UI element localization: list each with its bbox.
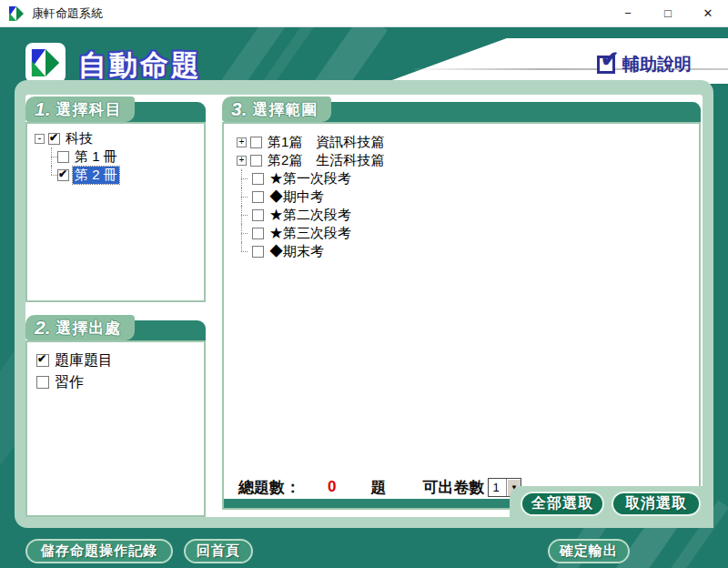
help-link[interactable]: 輔助說明 [597, 53, 692, 76]
section-header-label: 1. 選擇科目 [25, 96, 135, 122]
tree-item-label[interactable]: 第 1 冊 [73, 148, 119, 166]
section-title: 選擇科目 [56, 99, 122, 120]
checkbox[interactable] [252, 173, 264, 185]
checkbox[interactable] [252, 228, 264, 239]
tree-item-label[interactable]: ◆期末考 [268, 243, 326, 260]
tree-item[interactable]: ★第一次段考 [237, 169, 386, 188]
tree-connector [46, 147, 57, 166]
section-title: 選擇範圍 [253, 99, 318, 120]
application-window: 康軒命題系統 − □ ✕ 自動命題 輔助說明 1. 選擇科目 - [0, 0, 728, 568]
source-item-label: 題庫題目 [55, 351, 113, 370]
section-header-range: 3. 選擇範圍 [222, 96, 701, 122]
collapse-icon[interactable]: - [35, 134, 45, 144]
help-label: 輔助說明 [622, 53, 692, 76]
total-count-label: 總題數： [238, 477, 300, 498]
checkbox[interactable] [252, 209, 264, 221]
tree-item[interactable]: 第 2 冊 [46, 166, 119, 184]
total-count-value: 0 [328, 478, 336, 496]
tree-connector [237, 206, 252, 224]
window-title: 康軒命題系統 [32, 5, 103, 22]
tree-item[interactable]: - 科技 [35, 129, 119, 147]
tree-connector [237, 169, 252, 188]
tree-item-label[interactable]: 第2篇 生活科技篇 [266, 152, 386, 169]
checkbox[interactable] [57, 169, 69, 181]
tree-item-label[interactable]: ★第三次段考 [268, 225, 353, 242]
tree-item[interactable]: ◆期末考 [237, 242, 386, 260]
tree-item-label[interactable]: ◆期中考 [268, 188, 326, 206]
subject-tree-box: - 科技 第 1 冊 第 2 冊 [25, 122, 206, 302]
maximize-button[interactable]: □ [648, 0, 688, 27]
close-button[interactable]: ✕ [688, 0, 728, 27]
section-header-source: 2. 選擇出處 [25, 315, 206, 340]
total-count-unit: 題 [370, 477, 386, 498]
checkbox[interactable] [250, 137, 262, 148]
source-item[interactable]: 題庫題目 [36, 350, 113, 371]
section-title: 選擇出處 [56, 318, 122, 339]
source-item-label: 習作 [55, 373, 84, 392]
select-all-button[interactable]: 全部選取 [521, 492, 604, 516]
source-list: 題庫題目 習作 [36, 350, 113, 393]
deselect-all-button[interactable]: 取消選取 [612, 492, 701, 516]
tree-item[interactable]: 第 1 冊 [46, 147, 119, 166]
checkbox[interactable] [252, 191, 264, 203]
expand-icon[interactable]: + [237, 156, 247, 166]
checkbox[interactable] [57, 151, 69, 163]
page-title: 自動命題 [78, 46, 202, 85]
header-logo [25, 43, 66, 83]
tree-connector [237, 224, 252, 242]
checkbox[interactable] [252, 246, 264, 258]
help-check-icon [597, 56, 615, 74]
section-number: 2. [35, 317, 51, 339]
tree-connector [46, 166, 57, 184]
tree-item-label[interactable]: ★第二次段考 [268, 207, 353, 224]
selection-buttons-tab: 全部選取 取消選取 [510, 486, 713, 528]
tree-item-label[interactable]: 第 2 冊 [73, 167, 119, 184]
tree-item-label[interactable]: 第1篇 資訊科技篇 [266, 134, 386, 151]
tree-connector [237, 242, 252, 260]
app-logo-icon [8, 5, 25, 22]
tree-item[interactable]: ★第二次段考 [237, 206, 386, 224]
tree-item[interactable]: + 第2篇 生活科技篇 [237, 151, 386, 169]
range-tree: + 第1篇 資訊科技篇 + 第2篇 生活科技篇 ★第一次段考 ◆期中考 [237, 133, 386, 260]
totals-row: 總題數： 0 題 可出卷數 1 ▼ [238, 475, 521, 499]
papers-count-value: 1 [489, 479, 506, 496]
tree-connector [237, 188, 252, 206]
tree-item-label[interactable]: 科技 [64, 130, 95, 147]
checkbox[interactable] [250, 155, 262, 167]
section-header-bar [322, 102, 701, 122]
source-item[interactable]: 習作 [36, 371, 113, 393]
minimize-button[interactable]: − [608, 0, 648, 27]
checkbox[interactable] [36, 376, 49, 389]
save-record-button[interactable]: 儲存命題操作記錄 [25, 539, 173, 563]
subject-tree: - 科技 第 1 冊 第 2 冊 [35, 129, 119, 184]
tree-item-label[interactable]: ★第一次段考 [268, 170, 353, 188]
checkbox[interactable] [48, 133, 60, 145]
section-header-label: 2. 選擇出處 [25, 315, 135, 340]
section-header-subject: 1. 選擇科目 [25, 96, 206, 122]
tree-item[interactable]: + 第1篇 資訊科技篇 [237, 133, 386, 151]
section-number: 3. [231, 98, 248, 120]
source-list-box: 題庫題目 習作 [25, 340, 206, 517]
checkbox[interactable] [36, 354, 49, 367]
window-titlebar: 康軒命題系統 − □ ✕ [0, 0, 728, 27]
home-button[interactable]: 回首頁 [184, 539, 253, 563]
app-logo-icon [30, 47, 61, 78]
range-tree-box: + 第1篇 資訊科技篇 + 第2篇 生活科技篇 ★第一次段考 ◆期中考 [222, 122, 701, 510]
expand-icon[interactable]: + [237, 137, 247, 147]
section-number: 1. [35, 98, 51, 120]
tree-item[interactable]: ◆期中考 [237, 188, 386, 206]
section-header-label: 3. 選擇範圍 [222, 96, 331, 122]
tree-item[interactable]: ★第三次段考 [237, 224, 386, 242]
papers-count-label: 可出卷數 [422, 477, 484, 498]
confirm-output-button[interactable]: 確定輸出 [548, 539, 630, 563]
